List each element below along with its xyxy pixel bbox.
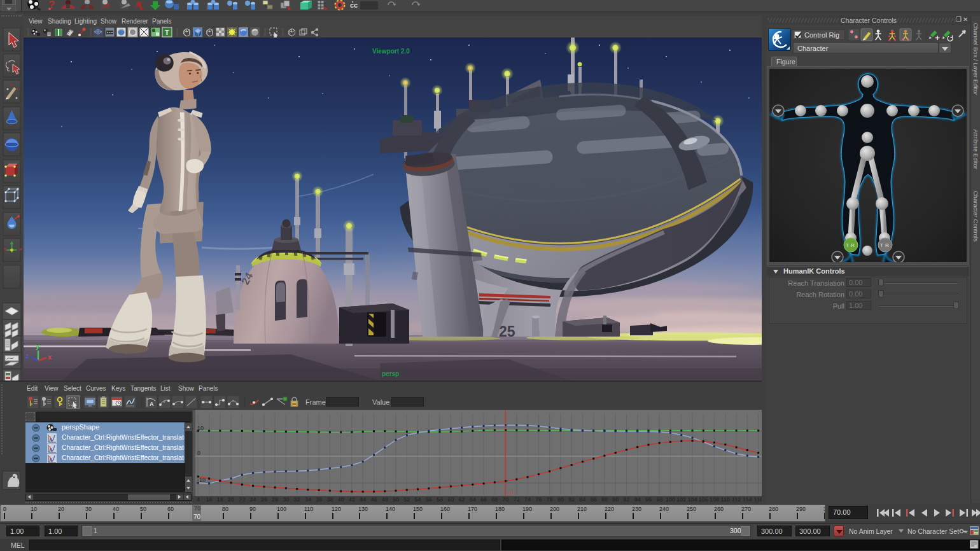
svg-text:160: 160 [440,506,450,512]
svg-text:78: 78 [547,496,553,503]
svg-text:T: T [880,242,883,248]
svg-text:114: 114 [743,496,752,503]
svg-text:116: 116 [753,496,762,503]
svg-text:80: 80 [557,496,564,503]
svg-text:86: 86 [591,496,597,503]
svg-text:62: 62 [459,496,465,503]
svg-text:0: 0 [3,506,6,512]
svg-text:80: 80 [222,506,228,512]
svg-text:170: 170 [468,506,477,512]
svg-text:110: 110 [304,506,313,512]
svg-text:36: 36 [316,496,322,503]
svg-text:22: 22 [239,496,245,503]
svg-text:210: 210 [577,506,587,512]
svg-text:68: 68 [491,496,498,503]
svg-text:230: 230 [632,506,641,512]
svg-text:25: 25 [499,323,515,340]
svg-text:30: 30 [85,506,92,512]
svg-text:4: 4 [197,496,200,503]
svg-text:96: 96 [645,496,652,503]
svg-text:70: 70 [507,489,514,496]
svg-text:100: 100 [277,506,286,512]
svg-text:52: 52 [403,496,410,503]
svg-text:50: 50 [140,506,146,512]
svg-text:250: 250 [687,506,696,512]
svg-text:90: 90 [612,496,619,503]
svg-text:34: 34 [305,496,311,503]
svg-text:60: 60 [447,496,454,503]
svg-text:92: 92 [623,496,629,503]
svg-text:26: 26 [261,496,267,503]
svg-text:64: 64 [470,496,476,503]
svg-text:10: 10 [31,506,37,512]
svg-text:180: 180 [495,506,505,512]
svg-text:200: 200 [550,506,559,512]
svg-text:108: 108 [710,496,719,503]
svg-text:76: 76 [535,496,542,503]
svg-text:cc: cc [350,1,358,9]
svg-text:72: 72 [514,496,520,503]
svg-text:300: 300 [823,506,825,512]
svg-text:90: 90 [249,506,256,512]
svg-text:32: 32 [294,496,300,503]
svg-text:42: 42 [349,496,355,503]
svg-text:54: 54 [414,496,421,503]
svg-text:280: 280 [769,506,778,512]
svg-text:56: 56 [426,496,432,503]
svg-text:R: R [885,242,889,248]
svg-text:persp: persp [382,370,399,377]
svg-text:38: 38 [326,496,333,503]
svg-text:120: 120 [332,506,341,512]
svg-text:112: 112 [732,496,741,503]
svg-text:46: 46 [370,496,377,503]
svg-text:28: 28 [272,496,278,503]
svg-text:y: y [36,342,40,350]
svg-text:82: 82 [568,496,575,503]
svg-text:102: 102 [676,496,686,503]
svg-text:44: 44 [360,496,366,503]
svg-text:R: R [851,242,855,248]
svg-text:220: 220 [605,506,614,512]
svg-text:140: 140 [386,506,395,512]
svg-text:66: 66 [480,496,487,503]
svg-text:100: 100 [666,496,675,503]
svg-text:Viewport 2.0: Viewport 2.0 [372,48,410,55]
svg-text:16: 16 [206,496,213,503]
svg-text:30: 30 [283,496,289,503]
svg-text:74: 74 [524,496,531,503]
svg-text:240: 240 [659,506,669,512]
svg-text:260: 260 [714,506,724,512]
svg-text:106: 106 [699,496,708,503]
svg-text:48: 48 [382,496,388,503]
svg-text:98: 98 [656,496,662,503]
svg-text:110: 110 [721,496,730,503]
svg-text:270: 270 [741,506,751,512]
svg-text:0: 0 [197,450,200,456]
svg-text:60: 60 [167,506,174,512]
svg-text:130: 130 [358,506,368,512]
svg-text:104: 104 [687,496,697,503]
svg-text:88: 88 [601,496,608,503]
svg-text:24: 24 [250,496,256,503]
svg-text:18: 18 [217,496,223,503]
svg-text:70: 70 [503,496,509,503]
svg-text:T: T [846,242,849,248]
svg-text:290: 290 [796,506,806,512]
svg-text:z: z [25,352,29,359]
svg-text:50: 50 [393,496,399,503]
svg-text:150: 150 [413,506,423,512]
svg-text:40: 40 [338,496,344,503]
svg-text:58: 58 [437,496,443,503]
svg-text:84: 84 [579,496,585,503]
svg-text:190: 190 [522,506,532,512]
svg-text:x: x [48,353,52,361]
svg-text:94: 94 [634,496,641,503]
svg-text:20: 20 [228,496,234,503]
svg-text:T: T [165,29,169,36]
svg-text:40: 40 [113,506,119,512]
svg-text:20: 20 [58,506,64,512]
